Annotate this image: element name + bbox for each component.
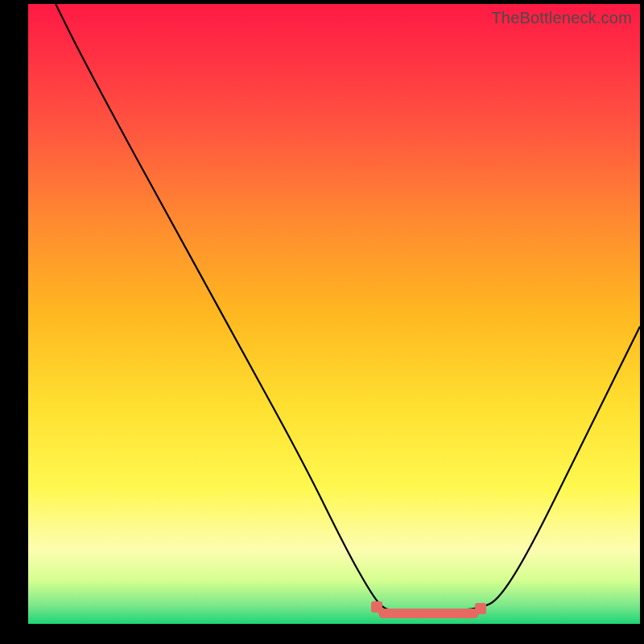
optimal-range-end-marker [475, 603, 486, 614]
bottleneck-curve [28, 4, 640, 624]
chart-frame: TheBottleneck.com [28, 4, 640, 624]
optimal-range-bar [378, 609, 479, 618]
